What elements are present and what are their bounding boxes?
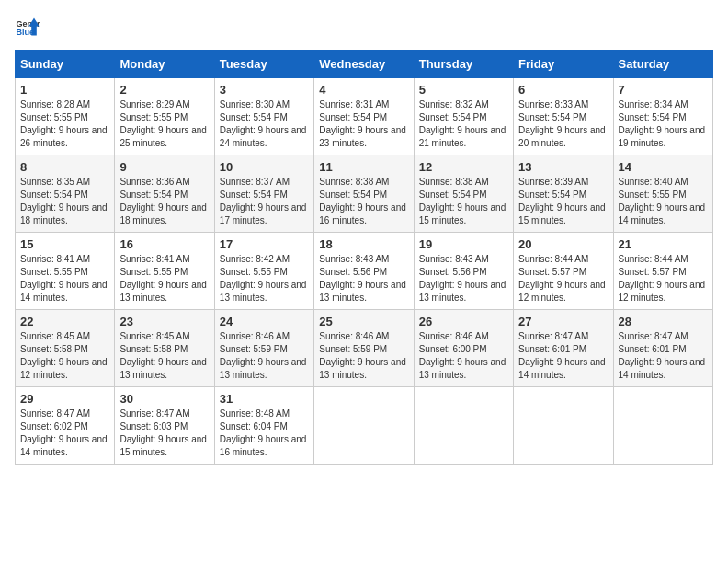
day-info: Sunrise: 8:46 AMSunset: 5:59 PMDaylight:… [319,330,408,382]
day-number: 24 [220,315,309,328]
day-of-week-saturday: Saturday [613,51,712,78]
calendar-day-cell: 21Sunrise: 8:44 AMSunset: 5:57 PMDayligh… [613,233,712,310]
calendar-day-cell: 7Sunrise: 8:34 AMSunset: 5:54 PMDaylight… [613,78,712,155]
empty-cell [414,387,513,465]
day-info: Sunrise: 8:41 AMSunset: 5:55 PMDaylight:… [119,253,209,304]
day-number: 4 [319,83,408,97]
day-number: 8 [20,160,109,174]
day-number: 30 [119,392,209,406]
calendar-day-cell: 26Sunrise: 8:46 AMSunset: 6:00 PMDayligh… [414,310,513,387]
day-number: 18 [319,237,408,251]
day-number: 29 [20,392,109,406]
day-info: Sunrise: 8:40 AMSunset: 5:55 PMDaylight:… [619,176,708,227]
calendar-day-cell: 23Sunrise: 8:45 AMSunset: 5:58 PMDayligh… [115,310,214,387]
day-of-week-monday: Monday [115,51,214,78]
calendar-day-cell: 15Sunrise: 8:41 AMSunset: 5:55 PMDayligh… [16,233,115,310]
day-info: Sunrise: 8:30 AMSunset: 5:54 PMDaylight:… [220,98,309,150]
calendar-day-cell: 8Sunrise: 8:35 AMSunset: 5:54 PMDaylight… [16,155,115,233]
day-number: 6 [518,83,608,97]
day-info: Sunrise: 8:33 AMSunset: 5:54 PMDaylight:… [518,98,608,150]
calendar-day-cell: 4Sunrise: 8:31 AMSunset: 5:54 PMDaylight… [314,78,414,155]
day-number: 14 [619,160,708,174]
day-info: Sunrise: 8:48 AMSunset: 6:04 PMDaylight:… [220,408,309,459]
day-number: 12 [419,160,508,174]
day-info: Sunrise: 8:36 AMSunset: 5:54 PMDaylight:… [119,176,209,227]
day-number: 26 [419,315,508,328]
calendar-day-cell: 16Sunrise: 8:41 AMSunset: 5:55 PMDayligh… [115,233,214,310]
day-number: 20 [518,237,608,251]
day-info: Sunrise: 8:38 AMSunset: 5:54 PMDaylight:… [319,176,408,227]
day-of-week-wednesday: Wednesday [314,51,414,78]
day-info: Sunrise: 8:28 AMSunset: 5:55 PMDaylight:… [20,98,109,150]
calendar-day-cell: 12Sunrise: 8:38 AMSunset: 5:54 PMDayligh… [414,155,513,233]
calendar-day-cell: 27Sunrise: 8:47 AMSunset: 6:01 PMDayligh… [514,310,613,387]
day-info: Sunrise: 8:34 AMSunset: 5:54 PMDaylight:… [619,98,708,150]
day-number: 31 [220,392,309,406]
calendar-day-cell: 5Sunrise: 8:32 AMSunset: 5:54 PMDaylight… [414,78,513,155]
header: General Blue [15,15,713,40]
calendar-day-cell: 17Sunrise: 8:42 AMSunset: 5:55 PMDayligh… [214,233,313,310]
day-info: Sunrise: 8:32 AMSunset: 5:54 PMDaylight:… [419,98,508,150]
calendar-week-row: 29Sunrise: 8:47 AMSunset: 6:02 PMDayligh… [16,387,713,465]
day-info: Sunrise: 8:43 AMSunset: 5:56 PMDaylight:… [419,253,508,304]
calendar-day-cell: 13Sunrise: 8:39 AMSunset: 5:54 PMDayligh… [514,155,613,233]
day-info: Sunrise: 8:44 AMSunset: 5:57 PMDaylight:… [619,253,708,304]
calendar-day-cell: 2Sunrise: 8:29 AMSunset: 5:55 PMDaylight… [115,78,214,155]
day-number: 2 [119,83,209,97]
calendar-header-row: SundayMondayTuesdayWednesdayThursdayFrid… [16,51,713,78]
calendar-day-cell: 28Sunrise: 8:47 AMSunset: 6:01 PMDayligh… [613,310,712,387]
day-number: 11 [319,160,408,174]
empty-cell [514,387,613,465]
calendar-day-cell: 9Sunrise: 8:36 AMSunset: 5:54 PMDaylight… [115,155,214,233]
logo: General Blue [15,15,40,40]
day-info: Sunrise: 8:38 AMSunset: 5:54 PMDaylight:… [419,176,508,227]
calendar-day-cell: 19Sunrise: 8:43 AMSunset: 5:56 PMDayligh… [414,233,513,310]
day-info: Sunrise: 8:45 AMSunset: 5:58 PMDaylight:… [20,330,109,382]
day-number: 3 [220,83,309,97]
day-info: Sunrise: 8:44 AMSunset: 5:57 PMDaylight:… [518,253,608,304]
day-info: Sunrise: 8:31 AMSunset: 5:54 PMDaylight:… [319,98,408,150]
calendar-day-cell: 30Sunrise: 8:47 AMSunset: 6:03 PMDayligh… [115,387,214,465]
day-number: 23 [119,315,209,328]
day-number: 19 [419,237,508,251]
calendar-week-row: 22Sunrise: 8:45 AMSunset: 5:58 PMDayligh… [16,310,713,387]
day-number: 17 [220,237,309,251]
calendar-day-cell: 29Sunrise: 8:47 AMSunset: 6:02 PMDayligh… [16,387,115,465]
day-number: 7 [619,83,708,97]
day-info: Sunrise: 8:46 AMSunset: 6:00 PMDaylight:… [419,330,508,382]
calendar-day-cell: 18Sunrise: 8:43 AMSunset: 5:56 PMDayligh… [314,233,414,310]
day-info: Sunrise: 8:47 AMSunset: 6:03 PMDaylight:… [119,408,209,459]
calendar-day-cell: 14Sunrise: 8:40 AMSunset: 5:55 PMDayligh… [613,155,712,233]
day-info: Sunrise: 8:43 AMSunset: 5:56 PMDaylight:… [319,253,408,304]
calendar-week-row: 1Sunrise: 8:28 AMSunset: 5:55 PMDaylight… [16,78,713,155]
calendar-week-row: 8Sunrise: 8:35 AMSunset: 5:54 PMDaylight… [16,155,713,233]
day-number: 10 [220,160,309,174]
calendar-day-cell: 1Sunrise: 8:28 AMSunset: 5:55 PMDaylight… [16,78,115,155]
day-info: Sunrise: 8:42 AMSunset: 5:55 PMDaylight:… [220,253,309,304]
day-info: Sunrise: 8:39 AMSunset: 5:54 PMDaylight:… [518,176,608,227]
calendar-day-cell: 31Sunrise: 8:48 AMSunset: 6:04 PMDayligh… [214,387,313,465]
day-number: 16 [119,237,209,251]
day-info: Sunrise: 8:47 AMSunset: 6:01 PMDaylight:… [619,330,708,382]
day-number: 5 [419,83,508,97]
day-info: Sunrise: 8:47 AMSunset: 6:02 PMDaylight:… [20,408,109,459]
day-number: 13 [518,160,608,174]
day-info: Sunrise: 8:37 AMSunset: 5:54 PMDaylight:… [220,176,309,227]
day-number: 21 [619,237,708,251]
calendar-day-cell: 6Sunrise: 8:33 AMSunset: 5:54 PMDaylight… [514,78,613,155]
empty-cell [613,387,712,465]
day-of-week-sunday: Sunday [16,51,115,78]
day-info: Sunrise: 8:47 AMSunset: 6:01 PMDaylight:… [518,330,608,382]
calendar-day-cell: 3Sunrise: 8:30 AMSunset: 5:54 PMDaylight… [214,78,313,155]
day-info: Sunrise: 8:45 AMSunset: 5:58 PMDaylight:… [119,330,209,382]
day-info: Sunrise: 8:46 AMSunset: 5:59 PMDaylight:… [220,330,309,382]
day-number: 1 [20,83,109,97]
calendar-day-cell: 11Sunrise: 8:38 AMSunset: 5:54 PMDayligh… [314,155,414,233]
day-info: Sunrise: 8:41 AMSunset: 5:55 PMDaylight:… [20,253,109,304]
day-info: Sunrise: 8:29 AMSunset: 5:55 PMDaylight:… [119,98,209,150]
logo-icon: General Blue [15,15,40,40]
day-info: Sunrise: 8:35 AMSunset: 5:54 PMDaylight:… [20,176,109,227]
calendar-day-cell: 20Sunrise: 8:44 AMSunset: 5:57 PMDayligh… [514,233,613,310]
calendar-table: SundayMondayTuesdayWednesdayThursdayFrid… [15,50,713,465]
day-number: 22 [20,315,109,328]
